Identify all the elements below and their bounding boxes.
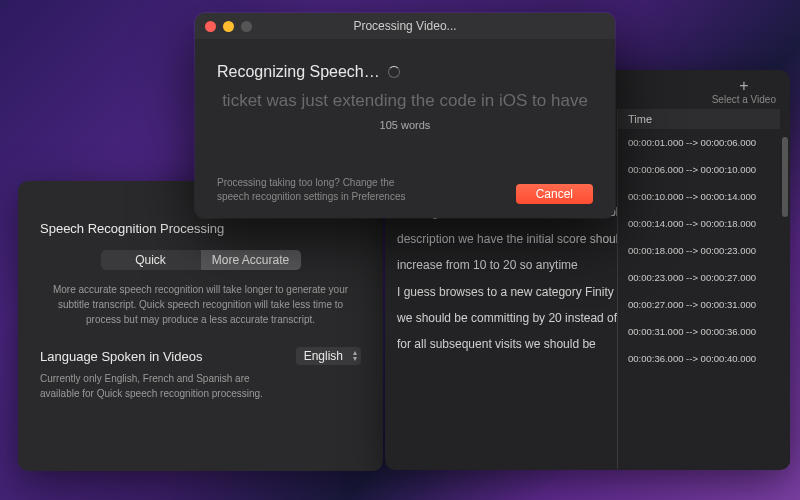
close-window-button[interactable] bbox=[205, 21, 216, 32]
language-description: Currently only English, French and Spani… bbox=[40, 371, 280, 401]
zoom-window-button[interactable] bbox=[241, 21, 252, 32]
time-row[interactable]: 00:00:23.000 --> 00:00:27.000 bbox=[618, 264, 780, 291]
language-select[interactable]: English ▴▾ bbox=[296, 347, 361, 365]
time-row[interactable]: 00:00:06.000 --> 00:00:10.000 bbox=[618, 156, 780, 183]
time-row[interactable]: 00:00:14.000 --> 00:00:18.000 bbox=[618, 210, 780, 237]
spinner-icon bbox=[388, 66, 400, 78]
minimize-window-button[interactable] bbox=[223, 21, 234, 32]
language-select-value[interactable]: English bbox=[296, 347, 361, 365]
language-label: Language Spoken in Videos bbox=[40, 349, 202, 364]
time-row[interactable]: 00:00:18.000 --> 00:00:23.000 bbox=[618, 237, 780, 264]
transcript-line: for all subsequent visits we should be bbox=[397, 331, 605, 357]
time-row[interactable]: 00:00:10.000 --> 00:00:14.000 bbox=[618, 183, 780, 210]
speech-recognition-heading: Speech Recognition Processing bbox=[40, 221, 361, 236]
scrollbar[interactable] bbox=[780, 109, 790, 469]
scrollbar-thumb[interactable] bbox=[782, 137, 788, 217]
time-column-header: Time bbox=[618, 109, 780, 129]
transcript-line: description we have the initial score sh… bbox=[397, 226, 605, 252]
recognizing-label: Recognizing Speech… bbox=[217, 63, 380, 81]
time-row[interactable]: 00:00:36.000 --> 00:00:40.000 bbox=[618, 345, 780, 372]
time-row[interactable]: 00:00:31.000 --> 00:00:36.000 bbox=[618, 318, 780, 345]
plus-icon: + bbox=[712, 78, 776, 94]
time-row[interactable]: 00:00:27.000 --> 00:00:31.000 bbox=[618, 291, 780, 318]
cancel-button[interactable]: Cancel bbox=[516, 184, 593, 204]
segment-more-accurate[interactable]: More Accurate bbox=[201, 250, 301, 270]
recognition-preview-text: ticket was just extending the code in iO… bbox=[217, 91, 593, 111]
transcript-line: we should be committing by 20 instead of… bbox=[397, 305, 605, 331]
time-column: Time 00:00:01.000 --> 00:00:06.000 00:00… bbox=[617, 109, 780, 469]
select-video-label: Select a Video bbox=[712, 94, 776, 105]
settings-panel: Speech Recognition Processing Quick More… bbox=[18, 181, 383, 471]
titlebar[interactable]: Processing Video... bbox=[195, 13, 615, 39]
accuracy-description: More accurate speech recognition will ta… bbox=[40, 282, 361, 327]
segment-quick[interactable]: Quick bbox=[101, 250, 201, 270]
select-video-button[interactable]: + Select a Video bbox=[712, 78, 776, 105]
transcript-line: I guess browses to a new category Finity bbox=[397, 279, 605, 305]
time-row[interactable]: 00:00:01.000 --> 00:00:06.000 bbox=[618, 129, 780, 156]
chevron-updown-icon: ▴▾ bbox=[353, 350, 357, 361]
accuracy-segmented-control[interactable]: Quick More Accurate bbox=[101, 250, 301, 270]
processing-hint: Processing taking too long? Change the s… bbox=[217, 176, 417, 204]
word-count: 105 words bbox=[217, 119, 593, 131]
window-title: Processing Video... bbox=[353, 19, 456, 33]
processing-modal: Processing Video... Recognizing Speech… … bbox=[195, 13, 615, 218]
transcript-line: increase from 10 to 20 so anytime bbox=[397, 252, 605, 278]
